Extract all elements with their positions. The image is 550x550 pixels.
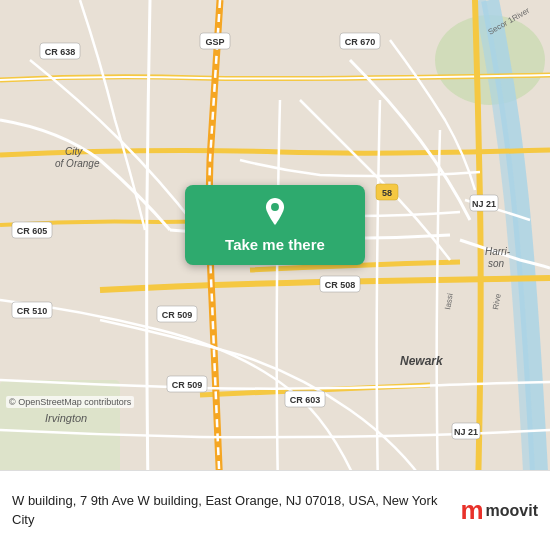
svg-text:GSP: GSP	[205, 37, 224, 47]
svg-text:of Orange: of Orange	[55, 158, 100, 169]
svg-text:CR 510: CR 510	[17, 306, 48, 316]
svg-text:CR 509: CR 509	[162, 310, 193, 320]
svg-text:Newark: Newark	[400, 354, 444, 368]
svg-text:CR 670: CR 670	[345, 37, 376, 47]
svg-text:CR 603: CR 603	[290, 395, 321, 405]
osm-credit: © OpenStreetMap contributors	[6, 396, 134, 408]
location-pin-icon	[261, 198, 289, 232]
map-container: CR 638 GSP CR 670 City of Orange CR 605 …	[0, 0, 550, 490]
svg-text:CR 508: CR 508	[325, 280, 356, 290]
svg-text:58: 58	[382, 188, 392, 198]
moovit-brand-text: moovit	[486, 502, 538, 520]
svg-text:NJ 21: NJ 21	[472, 199, 496, 209]
svg-text:CR 638: CR 638	[45, 47, 76, 57]
moovit-logo: m moovit	[460, 495, 538, 526]
address-text: W building, 7 9th Ave W building, East O…	[12, 492, 450, 528]
svg-point-36	[271, 203, 279, 211]
svg-text:Irvington: Irvington	[45, 412, 87, 424]
cta-label: Take me there	[225, 236, 325, 253]
svg-text:CR 509: CR 509	[172, 380, 203, 390]
take-me-there-button[interactable]: Take me there	[185, 185, 365, 265]
moovit-m-letter: m	[460, 495, 483, 526]
svg-text:Harri-: Harri-	[485, 246, 511, 257]
svg-text:CR 605: CR 605	[17, 226, 48, 236]
svg-text:NJ 21: NJ 21	[454, 427, 478, 437]
svg-text:son: son	[488, 258, 505, 269]
bottom-bar: W building, 7 9th Ave W building, East O…	[0, 470, 550, 550]
svg-text:City: City	[65, 146, 83, 157]
